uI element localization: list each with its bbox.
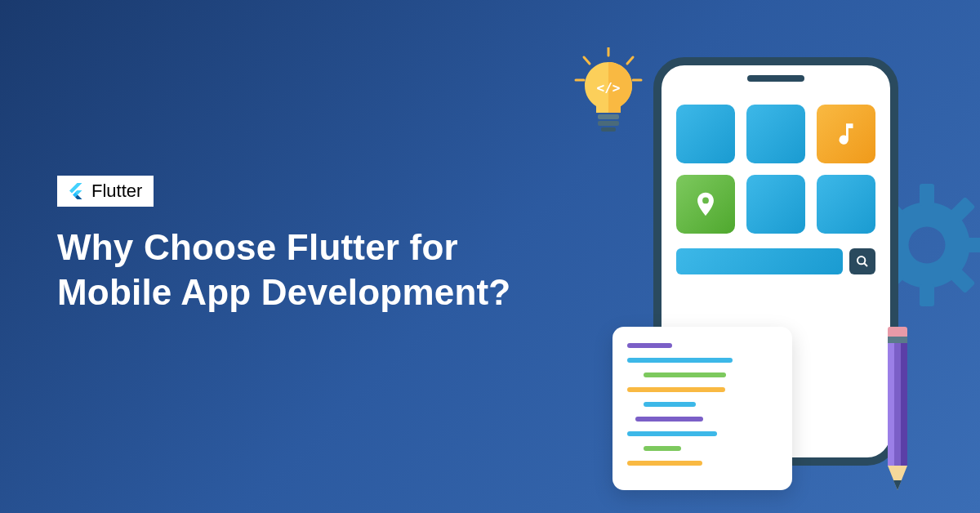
location-pin-icon — [692, 190, 719, 218]
headline-line-2: Mobile App Development? — [57, 272, 510, 312]
app-tile-5 — [746, 175, 805, 234]
phone-speaker — [747, 75, 804, 82]
lightbulb-icon: </> — [572, 47, 645, 145]
svg-rect-15 — [601, 127, 616, 132]
svg-line-9 — [584, 57, 590, 64]
code-line — [627, 387, 725, 392]
code-line — [627, 461, 702, 466]
svg-rect-3 — [966, 238, 980, 252]
pencil-icon — [884, 327, 911, 498]
svg-rect-19 — [888, 327, 907, 338]
magnifier-icon — [856, 255, 869, 268]
code-line — [644, 402, 696, 407]
headline: Why Choose Flutter for Mobile App Develo… — [57, 225, 547, 314]
code-line — [627, 358, 733, 363]
svg-rect-1 — [920, 284, 934, 306]
app-grid — [676, 105, 875, 234]
code-line — [644, 446, 681, 451]
app-tile-1 — [676, 105, 735, 163]
svg-marker-25 — [893, 480, 902, 490]
svg-rect-0 — [920, 184, 934, 206]
svg-text:</>: </> — [597, 80, 621, 96]
svg-point-17 — [858, 256, 865, 264]
svg-rect-13 — [598, 114, 619, 119]
app-tile-location — [676, 175, 735, 234]
code-line — [627, 431, 717, 436]
app-tile-2 — [746, 105, 805, 163]
svg-rect-22 — [888, 343, 894, 466]
svg-rect-23 — [901, 343, 907, 466]
svg-rect-20 — [888, 337, 907, 343]
headline-line-1: Why Choose Flutter for — [57, 227, 458, 267]
illustration-group: </> — [580, 41, 956, 482]
music-icon — [832, 120, 860, 148]
code-card — [612, 327, 792, 490]
text-content: Flutter Why Choose Flutter for Mobile Ap… — [57, 176, 547, 314]
svg-line-18 — [864, 263, 867, 266]
code-line — [644, 372, 726, 377]
svg-rect-14 — [598, 121, 619, 126]
search-button-shape — [849, 248, 875, 274]
code-line — [627, 343, 672, 348]
search-input-shape — [676, 248, 843, 274]
app-tile-6 — [817, 175, 875, 234]
svg-line-10 — [627, 57, 633, 64]
flutter-logo-icon — [65, 181, 85, 201]
app-tile-music — [817, 105, 875, 163]
code-line — [635, 417, 703, 422]
flutter-badge: Flutter — [57, 176, 154, 207]
search-bar — [676, 248, 875, 274]
flutter-badge-label: Flutter — [91, 181, 142, 202]
